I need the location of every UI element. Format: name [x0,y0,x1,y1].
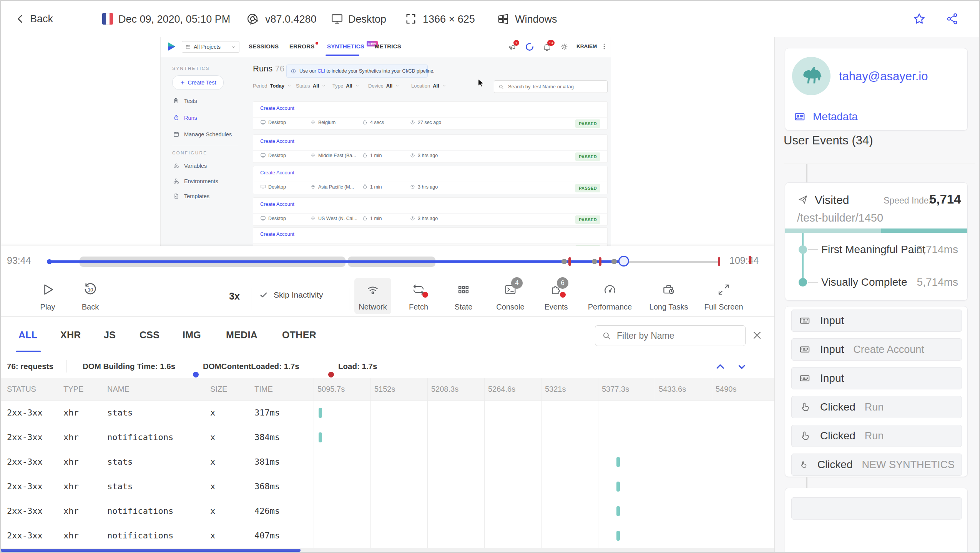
sidebar-item-runs[interactable]: Runs [173,114,197,121]
network-filter-input[interactable] [616,330,739,341]
user-event-clicked-new-synthetics[interactable]: ClickedNEW SYNTHETICS [791,454,962,476]
panel-button-console[interactable]: Console4 [487,278,533,314]
notifications-button[interactable]: 13 [542,42,551,51]
network-request-row[interactable]: 2xx-3xxxhrnotificationsx426ms [1,499,774,523]
metadata-button[interactable]: Metadata [794,111,858,123]
run-card[interactable]: Create AccountDesktopAsia Pacific (M...1… [253,166,608,194]
run-location: Belgium [310,119,336,125]
network-filter-box[interactable] [595,325,746,346]
network-tab-media[interactable]: MEDIA [226,317,257,353]
hscroll-track[interactable] [1,548,774,553]
skip-inactivity-toggle[interactable]: Skip Inactivity [259,290,323,300]
share-button[interactable] [945,12,959,26]
request-status: 2xx-3xx [7,499,43,523]
network-request-row[interactable]: 2xx-3xxxhrnotificationsx407ms [1,523,774,548]
close-panel-button[interactable] [751,329,763,341]
event-row-partial[interactable] [791,497,962,520]
user-event-input[interactable]: Input [791,367,962,389]
network-tab-js[interactable]: JS [104,317,116,353]
more-menu-button[interactable] [600,42,608,51]
network-tab-img[interactable]: IMG [183,317,201,353]
play-button[interactable]: Play [34,278,61,314]
filter-period[interactable]: PeriodToday [253,83,291,89]
nav-tab-synthetics[interactable]: SYNTHETICSNEW [327,37,378,56]
panel-button-performance[interactable]: Performance [587,278,633,314]
network-tab-css[interactable]: CSS [140,317,159,353]
run-test-name[interactable]: Create Account [260,138,294,144]
panel-button-full-screen[interactable]: Full Screen [701,278,747,314]
project-selector[interactable]: All Projects [182,41,239,53]
run-test-name[interactable]: Create Account [260,105,294,111]
runs-search-input[interactable] [507,83,603,90]
filter-device[interactable]: DeviceAll [368,83,399,89]
timeline-grid-line [541,378,541,548]
sidebar-item-environments[interactable]: Environments [173,178,218,184]
sort-down-button[interactable] [736,361,748,373]
user-event-input-create-account[interactable]: InputCreate Account [791,338,962,361]
cli-link[interactable]: CLI [317,68,325,74]
announcements-button[interactable]: 1 [508,42,517,51]
network-request-row[interactable]: 2xx-3xxxhrstatsx317ms [1,401,774,425]
speed-toggle[interactable]: 3x [223,286,246,306]
run-card[interactable]: Create AccountDesktopMiddle East (Ba...1… [253,134,608,163]
waterfall-tick [616,482,620,492]
chevron_left-icon [15,13,26,25]
run-card[interactable]: Create AccountDesktopUS West (N. Cal...1… [253,197,608,226]
user-event-clicked-run[interactable]: ClickedRun [791,425,962,447]
nav-tab-sessions[interactable]: SESSIONS [249,37,279,56]
metric-dot [799,245,807,254]
run-card[interactable]: Create AccountDesktopCanada (Centra...1 … [253,227,608,246]
network-request-row[interactable]: 2xx-3xxxhrnotificationsx384ms [1,425,774,450]
back-10s-button[interactable]: 10 Back [76,278,104,314]
panel-button-long-tasks[interactable]: Long Tasks [646,278,692,314]
column-header-size[interactable]: SIZE [210,378,227,400]
navigation-arrow-icon [797,194,809,205]
run-test-name[interactable]: Create Account [260,231,294,237]
column-header-type[interactable]: TYPE [63,378,83,400]
visited-event-card[interactable]: Visited Speed Index 5,714 /test-builder/… [785,182,968,301]
favorite-star-button[interactable] [912,12,926,26]
filter-location[interactable]: LocationAll [411,83,446,89]
create-test-button[interactable]: Create Test [172,75,223,89]
user-menu[interactable]: KRAIEM [576,37,597,56]
sidebar-item-tests[interactable]: Tests [173,98,197,104]
sidebar-item-manage-schedules[interactable]: Manage Schedules [173,131,232,137]
back-10-icon: 10 [83,282,98,297]
nav-tab-metrics[interactable]: METRICS [375,37,401,56]
playhead[interactable] [618,256,629,267]
create-test-pill[interactable]: Create Test [172,75,224,90]
settings-button[interactable] [560,42,569,51]
network-tab-all[interactable]: ALL [18,317,38,353]
network-request-row[interactable]: 2xx-3xxxhrstatsx381ms [1,450,774,474]
sidebar-item-templates[interactable]: Templates [173,193,209,199]
network-request-row[interactable]: 2xx-3xxxhrstatsx368ms [1,474,774,499]
id-card-icon [794,111,806,123]
stopwatch-icon [362,184,368,190]
sort-up-button[interactable] [714,361,726,373]
sidebar-item-variables[interactable]: Variables [173,162,207,169]
column-header-time[interactable]: TIME [254,378,273,400]
user-email-link[interactable]: tahay@asayer.io [839,70,928,83]
runs-search-box[interactable] [494,80,608,93]
panel-button-state[interactable]: State [440,278,487,314]
run-card[interactable]: Create AccountDesktopBelgium4 secs27 sec… [253,101,608,130]
user-event-input[interactable]: Input [791,310,962,332]
column-header-status[interactable]: STATUS [7,378,36,400]
user-event-clicked-run[interactable]: ClickedRun [791,396,962,418]
run-test-name[interactable]: Create Account [260,170,294,176]
network-tab-xhr[interactable]: XHR [60,317,81,353]
filter-status[interactable]: StatusAll [296,83,326,89]
timeline-track[interactable] [1,246,774,276]
run-test-name[interactable]: Create Account [260,201,294,207]
filter-type[interactable]: TypeAll [332,83,359,89]
network-tab-other[interactable]: OTHER [282,317,316,353]
hscroll-thumb[interactable] [1,549,301,552]
nav-tab-errors[interactable]: ERRORS [289,37,317,56]
column-header-name[interactable]: NAME [107,378,130,400]
panel-button-fetch[interactable]: Fetch [395,278,442,314]
panel-button-network[interactable]: Network [354,278,391,314]
run-location: Asia Pacific (M... [310,184,354,190]
panel-button-events[interactable]: Events6 [533,278,579,314]
sidebar-section-synthetics: SYNTHETICS [172,66,210,71]
back-button[interactable]: Back [15,10,53,28]
